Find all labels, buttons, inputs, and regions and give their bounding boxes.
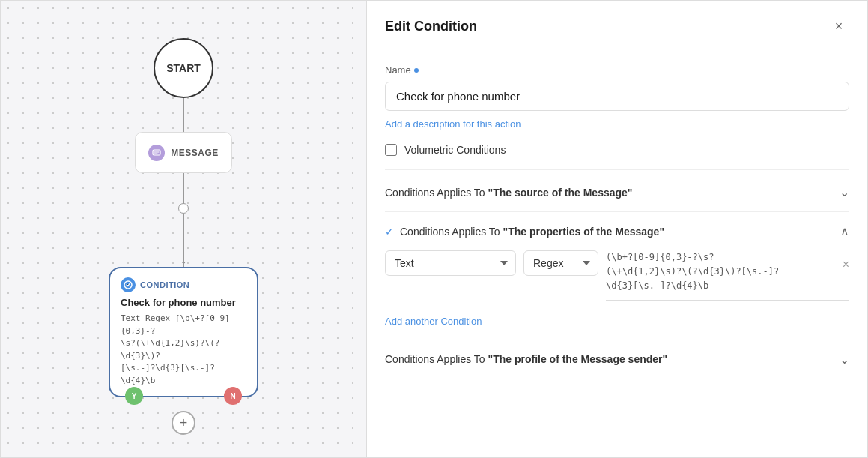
chevron-down-icon-3: ⌄ bbox=[840, 352, 849, 367]
accordion-body-2: Text Number Boolean Regex Contains Equal… bbox=[385, 250, 849, 340]
start-node: START bbox=[154, 38, 213, 98]
add-node-button[interactable]: + bbox=[172, 411, 195, 435]
volumetric-label: Volumetric Conditions bbox=[404, 144, 506, 156]
chevron-down-icon-1: ⌄ bbox=[840, 185, 849, 199]
flow-diagram-panel: START MESSAGE ↓ CONDITION bbox=[0, 0, 367, 458]
accordion-title-1: Conditions Applies To "The source of the… bbox=[385, 187, 633, 199]
check-icon-2: ✓ bbox=[385, 226, 394, 238]
required-indicator bbox=[414, 68, 419, 73]
small-connector-circle bbox=[178, 203, 189, 214]
condition-type-select[interactable]: Text Number Boolean bbox=[385, 250, 516, 276]
condition-node[interactable]: CONDITION Check for phone number Text Re… bbox=[109, 267, 258, 397]
close-button[interactable]: × bbox=[828, 16, 849, 37]
start-label: START bbox=[166, 62, 201, 74]
condition-value-display: (\b+?[0-9]{0,3}-?\s? (\+\d{1,2}\s)?\(?\d… bbox=[606, 250, 849, 301]
accordion-header-1[interactable]: Conditions Applies To "The source of the… bbox=[385, 173, 849, 211]
panel-body: Name Add a description for this action V… bbox=[367, 49, 867, 457]
message-icon bbox=[148, 145, 165, 161]
add-node-icon: + bbox=[180, 415, 188, 431]
message-node[interactable]: MESSAGE bbox=[135, 132, 232, 173]
condition-header: CONDITION bbox=[121, 277, 246, 292]
connector-3 bbox=[183, 214, 184, 269]
yes-badge: Y bbox=[125, 387, 143, 405]
condition-label: CONDITION bbox=[140, 280, 189, 289]
volumetric-conditions-row: Volumetric Conditions bbox=[385, 144, 849, 156]
panel-title: Edit Condition bbox=[385, 19, 477, 34]
condition-operator-select[interactable]: Regex Contains Equals bbox=[523, 250, 598, 276]
edit-condition-panel: Edit Condition × Name Add a description … bbox=[367, 0, 868, 458]
accordion-header-3[interactable]: Conditions Applies To "The profile of th… bbox=[385, 340, 849, 379]
volumetric-checkbox[interactable] bbox=[385, 144, 397, 156]
accordion-section-2: ✓ Conditions Applies To "The properties … bbox=[385, 212, 849, 340]
condition-row-1: Text Number Boolean Regex Contains Equal… bbox=[385, 250, 849, 301]
divider-1 bbox=[385, 169, 849, 170]
accordion-title-3: Conditions Applies To "The profile of th… bbox=[385, 353, 667, 365]
message-label: MESSAGE bbox=[171, 148, 219, 158]
accordion-section-1: Conditions Applies To "The source of the… bbox=[385, 173, 849, 212]
condition-value-area: (\b+?[0-9]{0,3}-?\s? (\+\d{1,2}\s)?\(?\d… bbox=[606, 250, 849, 301]
connector-2 bbox=[183, 173, 184, 205]
accordion-header-2[interactable]: ✓ Conditions Applies To "The properties … bbox=[385, 212, 849, 250]
accordion-title-2: Conditions Applies To "The properties of… bbox=[400, 226, 664, 238]
name-field-label: Name bbox=[385, 64, 849, 76]
condition-icon bbox=[121, 277, 136, 292]
chevron-up-icon-2: ∧ bbox=[840, 224, 849, 238]
remove-condition-button[interactable]: × bbox=[843, 258, 849, 271]
name-input[interactable] bbox=[385, 82, 849, 111]
connector-1 bbox=[183, 98, 184, 132]
no-badge: N bbox=[224, 387, 242, 405]
condition-code: Text Regex [\b\+?[0-9]{0,3}-?\s?(\+\d{1,… bbox=[121, 313, 246, 387]
condition-name: Check for phone number bbox=[121, 297, 246, 308]
add-condition-link[interactable]: Add another Condition bbox=[385, 316, 482, 327]
accordion-section-3: Conditions Applies To "The profile of th… bbox=[385, 340, 849, 379]
panel-header: Edit Condition × bbox=[367, 1, 867, 49]
add-description-link[interactable]: Add a description for this action bbox=[385, 118, 521, 130]
